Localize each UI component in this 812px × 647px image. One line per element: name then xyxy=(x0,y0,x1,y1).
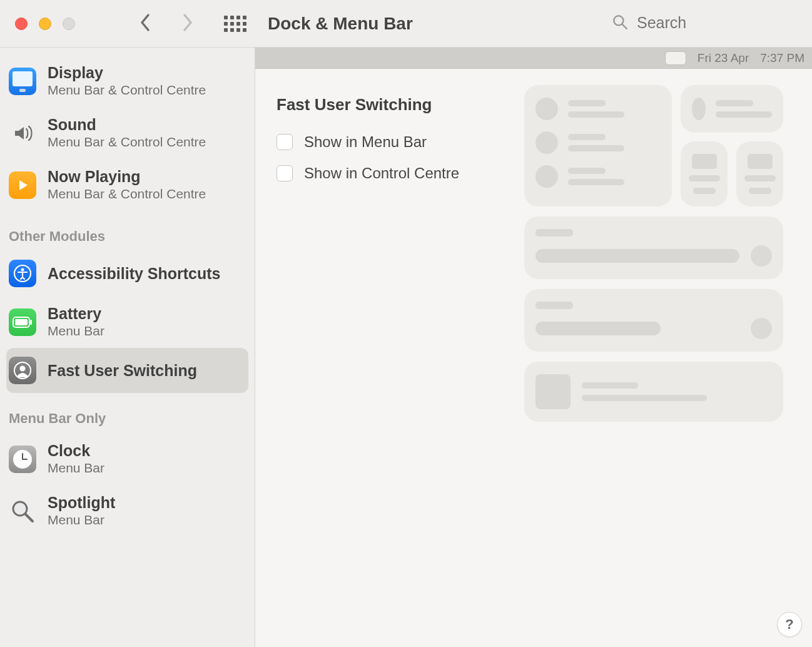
sidebar-item-sound[interactable]: Sound Menu Bar & Control Centre xyxy=(6,107,248,159)
fullscreen-window-button[interactable] xyxy=(63,18,75,30)
cc-panel-tiny-1 xyxy=(681,141,728,206)
search-field-wrap[interactable] xyxy=(612,10,799,38)
show-in-control-centre-checkbox[interactable] xyxy=(277,165,293,181)
window-controls xyxy=(15,18,75,30)
cc-panel-slider-1 xyxy=(524,217,783,279)
window-toolbar: Dock & Menu Bar xyxy=(0,0,812,48)
sidebar-item-sub: Menu Bar & Control Centre xyxy=(48,82,206,98)
sidebar-item-label: Sound xyxy=(48,116,206,134)
sidebar-item-label: Display xyxy=(48,64,206,82)
help-button[interactable]: ? xyxy=(777,612,802,637)
battery-icon xyxy=(9,308,36,336)
back-button[interactable] xyxy=(138,13,154,34)
sidebar-heading-mbonly: Menu Bar Only xyxy=(6,393,248,433)
cc-panel-tiny-2 xyxy=(736,141,783,206)
cc-panel-slider-2 xyxy=(524,289,783,352)
minimize-window-button[interactable] xyxy=(39,18,51,30)
sidebar-item-sub: Menu Bar & Control Centre xyxy=(48,186,206,202)
control-centre-preview xyxy=(524,79,812,441)
sound-icon xyxy=(9,120,36,147)
show-in-control-centre-row[interactable]: Show in Control Centre xyxy=(277,165,493,182)
settings-heading: Fast User Switching xyxy=(277,95,493,115)
now-playing-icon xyxy=(9,171,36,199)
sidebar-item-accessibility[interactable]: Accessibility Shortcuts xyxy=(6,251,248,296)
page-title: Dock & Menu Bar xyxy=(268,14,413,34)
show-in-menubar-checkbox[interactable] xyxy=(277,134,293,150)
cc-panel-users xyxy=(524,85,672,206)
control-centre-menubar-icon xyxy=(665,51,686,65)
sidebar-item-label: Accessibility Shortcuts xyxy=(48,265,220,283)
sidebar-item-fast-user-switching[interactable]: Fast User Switching xyxy=(6,348,248,393)
user-icon xyxy=(9,357,36,384)
accessibility-icon xyxy=(9,260,36,287)
sidebar-item-battery[interactable]: Battery Menu Bar xyxy=(6,296,248,348)
sidebar-item-clock[interactable]: Clock Menu Bar xyxy=(6,433,248,485)
search-icon xyxy=(612,14,628,33)
search-input[interactable] xyxy=(637,14,774,32)
sidebar-item-label: Battery xyxy=(48,305,104,323)
spotlight-icon xyxy=(9,497,36,525)
sidebar-item-sub: Menu Bar xyxy=(48,512,115,528)
content-pane: Fri 23 Apr 7:37 PM Fast User Switching S… xyxy=(255,48,812,647)
sidebar-item-label: Clock xyxy=(48,442,104,460)
cc-panel-small-1 xyxy=(681,85,783,133)
svg-point-8 xyxy=(20,366,26,372)
sidebar-item-label: Fast User Switching xyxy=(48,362,197,380)
cc-panel-media xyxy=(524,362,783,422)
svg-line-1 xyxy=(622,24,627,28)
sidebar-item-display[interactable]: Display Menu Bar & Control Centre xyxy=(6,55,248,107)
help-icon: ? xyxy=(785,616,793,633)
nav-arrows xyxy=(138,13,195,34)
sidebar[interactable]: Display Menu Bar & Control Centre Sound … xyxy=(0,48,255,647)
show-in-control-centre-label: Show in Control Centre xyxy=(304,165,459,182)
show-in-menubar-row[interactable]: Show in Menu Bar xyxy=(277,133,493,151)
menubar-time: 7:37 PM xyxy=(760,51,804,65)
svg-rect-6 xyxy=(15,319,28,325)
sidebar-item-now-playing[interactable]: Now Playing Menu Bar & Control Centre xyxy=(6,159,248,211)
svg-rect-5 xyxy=(30,320,32,325)
close-window-button[interactable] xyxy=(15,18,28,30)
sidebar-heading-other: Other Modules xyxy=(6,211,248,251)
sidebar-item-sub: Menu Bar xyxy=(48,323,104,339)
sidebar-item-sub: Menu Bar xyxy=(48,460,104,476)
svg-line-10 xyxy=(26,514,33,521)
sidebar-item-label: Spotlight xyxy=(48,494,115,512)
forward-button[interactable] xyxy=(179,13,195,34)
display-icon xyxy=(9,68,36,95)
sidebar-item-sub: Menu Bar & Control Centre xyxy=(48,134,206,150)
svg-point-3 xyxy=(21,268,24,272)
menubar-date: Fri 23 Apr xyxy=(698,51,749,65)
sidebar-item-label: Now Playing xyxy=(48,168,206,186)
clock-icon xyxy=(9,446,36,473)
menubar-preview: Fri 23 Apr 7:37 PM xyxy=(255,48,812,69)
show-in-menubar-label: Show in Menu Bar xyxy=(304,133,427,151)
show-all-prefs-button[interactable] xyxy=(224,16,246,32)
sidebar-item-spotlight[interactable]: Spotlight Menu Bar xyxy=(6,485,248,537)
